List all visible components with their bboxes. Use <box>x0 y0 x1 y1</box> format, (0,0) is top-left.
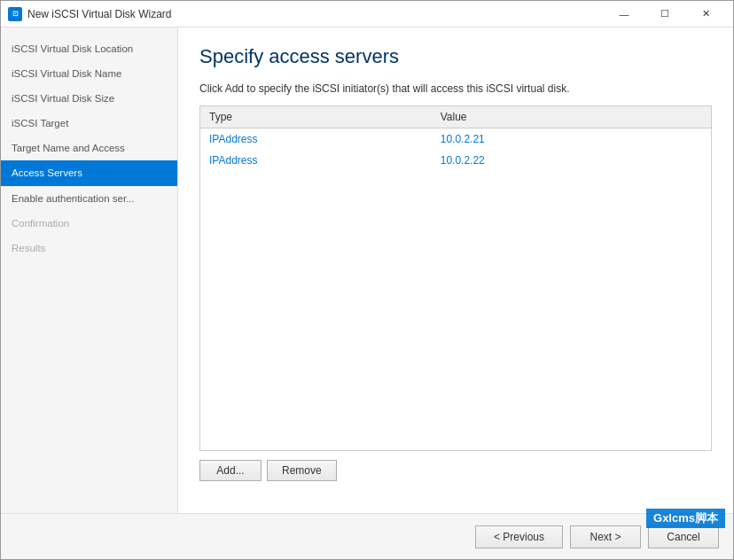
initiators-table-container: Type Value IPAddress 10.0.2.21 IPAddress <box>199 105 712 451</box>
wizard-sidebar: iSCSI Virtual Disk LocationiSCSI Virtual… <box>1 27 178 513</box>
main-panel: Specify access servers Click Add to spec… <box>178 27 733 513</box>
cancel-button[interactable]: Cancel <box>648 525 719 548</box>
add-button[interactable]: Add... <box>199 460 262 481</box>
sidebar-item-target-name-access[interactable]: Target Name and Access <box>1 136 177 160</box>
previous-button[interactable]: < Previous <box>475 525 563 548</box>
app-icon: ⊡ <box>8 7 22 21</box>
sidebar-item-iscsi-target[interactable]: iSCSI Target <box>1 111 177 136</box>
col-value: Value <box>432 106 649 128</box>
title-bar: ⊡ New iSCSI Virtual Disk Wizard — ☐ ✕ <box>1 1 733 27</box>
page-description: Click Add to specify the iSCSI initiator… <box>199 82 712 95</box>
sidebar-item-iscsi-size[interactable]: iSCSI Virtual Disk Size <box>1 86 177 111</box>
sidebar-item-access-servers[interactable]: Access Servers <box>1 160 177 185</box>
table-header: Type Value <box>200 106 711 128</box>
row1-type: IPAddress <box>200 128 432 151</box>
wizard-footer: < Previous Next > Cancel <box>1 513 733 559</box>
table-row[interactable]: IPAddress 10.0.2.21 <box>200 128 711 151</box>
col-extra <box>649 106 711 128</box>
maximize-button[interactable]: ☐ <box>644 1 685 27</box>
table-action-buttons: Add... Remove <box>199 460 712 481</box>
row1-value: 10.0.2.21 <box>432 128 649 151</box>
sidebar-item-iscsi-name[interactable]: iSCSI Virtual Disk Name <box>1 61 177 86</box>
minimize-button[interactable]: — <box>604 1 644 27</box>
wizard-window: ⊡ New iSCSI Virtual Disk Wizard — ☐ ✕ iS… <box>0 0 734 560</box>
sidebar-item-results: Results <box>1 236 177 261</box>
sidebar-item-enable-auth[interactable]: Enable authentication ser... <box>1 186 177 211</box>
table-body: IPAddress 10.0.2.21 IPAddress 10.0.2.22 <box>200 128 711 172</box>
table-row[interactable]: IPAddress 10.0.2.22 <box>200 150 711 171</box>
next-button[interactable]: Next > <box>570 525 641 548</box>
close-button[interactable]: ✕ <box>685 1 726 27</box>
sidebar-item-confirmation: Confirmation <box>1 211 177 236</box>
initiators-table: Type Value IPAddress 10.0.2.21 IPAddress <box>200 106 711 171</box>
wizard-body: iSCSI Virtual Disk LocationiSCSI Virtual… <box>1 27 733 513</box>
row2-type: IPAddress <box>200 150 432 171</box>
window-title: New iSCSI Virtual Disk Wizard <box>27 8 604 20</box>
page-title: Specify access servers <box>199 45 712 68</box>
window-controls: — ☐ ✕ <box>604 1 726 27</box>
watermark: GxIcms脚本 <box>646 509 725 528</box>
sidebar-item-iscsi-location[interactable]: iSCSI Virtual Disk Location <box>1 36 177 61</box>
remove-button[interactable]: Remove <box>267 460 337 481</box>
row2-value: 10.0.2.22 <box>432 150 649 171</box>
row2-extra <box>649 150 711 171</box>
row1-extra <box>649 128 711 151</box>
col-type: Type <box>200 106 432 128</box>
